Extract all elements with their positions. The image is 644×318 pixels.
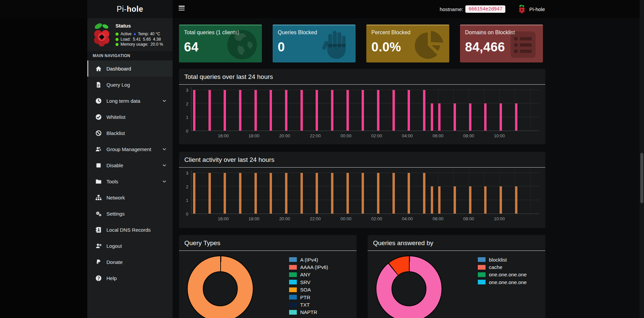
- legend-swatch: [289, 295, 297, 300]
- users-gear-icon: [95, 146, 102, 152]
- donut-hole: [203, 271, 238, 306]
- client-activity-chart[interactable]: 012316:0018:0020:0022:0000:0002:0004:000…: [182, 170, 541, 221]
- status-dot-icon: [116, 33, 119, 36]
- stat-card-queries-blocked[interactable]: Queries Blocked 0: [273, 25, 356, 62]
- panel-header: Total queries over last 24 hours: [179, 69, 545, 85]
- sidebar-toggle-button[interactable]: [179, 6, 185, 12]
- sidebar-item-disable[interactable]: Disable: [87, 157, 173, 173]
- legend-item[interactable]: TXT: [289, 301, 328, 308]
- legend-swatch: [289, 272, 297, 277]
- gears-icon: [95, 211, 102, 217]
- sidebar-item-network[interactable]: Network: [87, 189, 173, 206]
- sidebar-item-tools[interactable]: Tools: [87, 173, 173, 189]
- hostname-badge: 666154e2d947: [465, 5, 505, 13]
- logo-prefix: Pi-: [117, 5, 127, 14]
- panel-queries-answered-by: Queries answered by blocklist cache one.…: [368, 235, 545, 318]
- hostname-label: hostname:: [440, 6, 463, 12]
- temperature-flame-icon: [133, 32, 137, 36]
- stat-card-total-queries[interactable]: Total queries (1 clients) 64: [179, 25, 262, 62]
- home-icon: [95, 65, 102, 72]
- status-line-load: Load: 5.41 5.65 4.38: [116, 37, 163, 42]
- legend-swatch: [289, 303, 297, 307]
- legend-swatch: [289, 280, 297, 284]
- list-icon: [507, 28, 540, 61]
- legend-item[interactable]: blocklist: [478, 256, 527, 263]
- legend-item[interactable]: SOA: [289, 286, 328, 293]
- chevron-down-icon: [162, 163, 167, 168]
- legend-item[interactable]: PTR: [289, 293, 328, 301]
- user-times-icon: [95, 243, 102, 249]
- panel-title: Queries answered by: [373, 239, 540, 247]
- legend-item[interactable]: ANY: [289, 271, 328, 278]
- sidebar-item-group-management[interactable]: Group Management: [87, 141, 173, 157]
- sidebar-item-blacklist[interactable]: Blacklist: [87, 125, 173, 141]
- sidebar-item-query-log[interactable]: Query Log: [87, 77, 173, 93]
- query-types-donut-chart[interactable]: [187, 256, 254, 318]
- check-circle-icon: [95, 114, 102, 120]
- address-book-icon: [95, 227, 102, 233]
- chevron-down-icon: [162, 147, 167, 151]
- sidebar-item-donate[interactable]: Donate: [87, 254, 173, 270]
- sidebar-item-help[interactable]: Help: [87, 270, 173, 286]
- donut-hole: [392, 271, 426, 306]
- legend-item[interactable]: A (IPv4): [289, 256, 328, 263]
- hand-icon: [319, 28, 352, 61]
- main-content: Total queries (1 clients) 64 Queries Blo…: [173, 18, 644, 318]
- sidebar-item-local-dns-records[interactable]: Local DNS Records: [87, 222, 173, 238]
- panel-client-activity: Client activity over last 24 hours 01231…: [179, 152, 545, 228]
- legend-swatch: [478, 280, 486, 284]
- panel-title: Client activity over last 24 hours: [184, 156, 540, 164]
- nav-section-header: MAIN NAVIGATION: [87, 51, 173, 60]
- legend-swatch: [289, 265, 297, 270]
- logo-suffix: hole: [127, 5, 143, 14]
- app-logo[interactable]: Pi-hole: [87, 0, 173, 18]
- legend-item[interactable]: one.one.one.one: [478, 271, 527, 278]
- scrollbar-thumb[interactable]: [640, 153, 643, 203]
- scrollbar[interactable]: [640, 0, 644, 318]
- sidebar: Status Active Temp: 40 °C Load: 5.41 5.6…: [87, 18, 173, 318]
- legend-swatch: [289, 287, 297, 292]
- globe-icon: [226, 28, 259, 61]
- panel-header: Queries answered by: [368, 235, 545, 251]
- sidebar-item-logout[interactable]: Logout: [87, 238, 173, 254]
- legend-item[interactable]: AAAA (IPv6): [289, 263, 328, 271]
- panel-query-types: Query Types A (IPv4) AAAA (IPv6) ANY SRV…: [179, 235, 357, 318]
- chevron-down-icon: [162, 99, 167, 103]
- sidebar-item-long-term-data[interactable]: Long term data: [87, 93, 173, 109]
- folder-icon: [95, 178, 102, 185]
- status-line-active: Active Temp: 40 °C: [116, 32, 163, 37]
- legend-item[interactable]: one.one.one.one: [478, 278, 527, 286]
- legend-swatch: [289, 310, 297, 315]
- panel-header: Query Types: [179, 235, 357, 251]
- queries-answered-legend: blocklist cache one.one.one.one one.one.…: [478, 256, 527, 286]
- status-dot-icon: [116, 43, 119, 46]
- panel-header: Client activity over last 24 hours: [179, 152, 545, 168]
- sidebar-item-whitelist[interactable]: Whitelist: [87, 109, 173, 125]
- topbar: Pi-hole hostname: 666154e2d947 Pi-hole: [0, 0, 644, 18]
- panel-title: Query Types: [184, 239, 351, 247]
- raspberry-logo: [92, 22, 111, 48]
- total-queries-chart[interactable]: 012316:0018:0020:0022:0000:0002:0004:000…: [182, 87, 541, 138]
- stat-card-domains-on-blocklist[interactable]: Domains on Blocklist 84,466: [460, 25, 543, 62]
- panel-total-queries: Total queries over last 24 hours 012316:…: [179, 69, 545, 144]
- legend-swatch: [478, 265, 486, 270]
- status-panel: Status Active Temp: 40 °C Load: 5.41 5.6…: [87, 18, 173, 51]
- stop-icon: [95, 162, 102, 169]
- paypal-icon: [95, 259, 102, 265]
- status-dot-icon: [116, 38, 119, 41]
- panel-title: Total queries over last 24 hours: [184, 73, 540, 81]
- raspberry-icon: [518, 4, 525, 14]
- sidebar-item-settings[interactable]: Settings: [87, 206, 173, 222]
- pie-icon: [413, 28, 446, 61]
- query-types-legend: A (IPv4) AAAA (IPv6) ANY SRV SOA PTR TXT…: [289, 256, 328, 316]
- stat-card-percent-blocked[interactable]: Percent Blocked 0.0%: [366, 25, 449, 62]
- legend-swatch: [478, 272, 486, 277]
- legend-item[interactable]: NAPTR: [289, 309, 328, 316]
- legend-swatch: [478, 257, 486, 262]
- sidebar-item-dashboard[interactable]: Dashboard: [87, 60, 173, 77]
- legend-item[interactable]: SRV: [289, 278, 328, 286]
- brand-label: Pi-hole: [529, 6, 545, 12]
- legend-item[interactable]: cache: [478, 263, 527, 271]
- question-circle-icon: [95, 275, 102, 281]
- queries-answered-donut-chart[interactable]: [376, 256, 442, 318]
